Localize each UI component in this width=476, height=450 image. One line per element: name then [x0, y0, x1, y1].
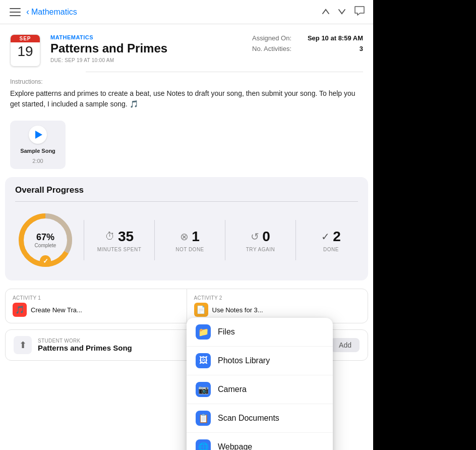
assigned-value: Sep 10 at 8:59 AM	[308, 34, 363, 42]
try-again-stat: ↺ 0 TRY AGAIN	[233, 229, 287, 252]
student-work-label: STUDENT WORK	[38, 338, 132, 344]
activities-label: No. Activities:	[252, 45, 291, 52]
done-value: 2	[333, 229, 341, 245]
not-done-label: NOT DONE	[175, 247, 204, 252]
assignment-meta: Assigned On: Sep 10 at 8:59 AM No. Activ…	[252, 34, 363, 52]
activity-2-num: ACTIVITY 2	[194, 295, 361, 301]
clock-icon: ⏱	[105, 231, 115, 242]
play-button[interactable]	[29, 126, 47, 144]
progress-stats: 67% Complete ✓ ⏱ 35 MINUTES SPENT ⊗ 1	[15, 210, 358, 270]
subject-label: MATHEMATICS	[50, 34, 242, 40]
assigned-on-row: Assigned On: Sep 10 at 8:59 AM	[252, 34, 363, 42]
try-again-label: TRY AGAIN	[246, 247, 275, 252]
files-icon: 📁	[196, 324, 211, 340]
comment-button[interactable]	[354, 6, 365, 18]
instructions-label: Instructions:	[10, 78, 363, 85]
donut-center: 67% Complete	[35, 232, 56, 248]
not-done-stat: ⊗ 1 NOT DONE	[163, 229, 217, 252]
popup-item-files[interactable]: 📁 Files	[187, 318, 333, 347]
donut-percentage: 67%	[35, 232, 56, 243]
svg-rect-0	[10, 8, 21, 9]
popup-item-camera[interactable]: 📷 Camera	[187, 375, 333, 404]
activity-2-name: Use Notes for 3...	[212, 306, 263, 314]
try-again-icon: ↺	[251, 231, 259, 243]
sidebar-toggle-button[interactable]	[8, 5, 22, 19]
svg-rect-1	[10, 12, 21, 13]
activity-2-icon: 📄	[194, 303, 208, 317]
popup-item-webpage[interactable]: 🌐 Webpage	[187, 433, 333, 450]
due-date: DUE: SEP 19 AT 10:00 AM	[50, 58, 242, 63]
activity-1-icon: 🎵	[13, 303, 27, 317]
minutes-spent-stat: ⏱ 35 MINUTES SPENT	[92, 229, 146, 252]
stats-divider-4	[295, 220, 296, 260]
student-work-name: Patterns and Primes Song	[38, 344, 132, 352]
activity-card-1[interactable]: ACTIVITY 1 🎵 Create New Tra...	[6, 289, 187, 323]
done-label: DONE	[323, 247, 339, 252]
minutes-value: 35	[118, 229, 134, 245]
popup-item-photos[interactable]: 🖼 Photos Library	[187, 347, 333, 375]
donut-check-icon: ✓	[40, 255, 51, 266]
song-duration: 2:00	[32, 158, 43, 164]
sample-song-card[interactable]: Sample Song 2:00	[10, 121, 66, 169]
instructions-text: Explore patterns and primes to create a …	[10, 88, 363, 109]
nav-up-button[interactable]	[322, 7, 330, 17]
activities-value: 3	[360, 45, 363, 52]
scan-icon: 📋	[196, 411, 211, 426]
progress-section: Overall Progress 67% Complete ✓	[5, 177, 368, 280]
back-label: Mathematics	[31, 8, 77, 17]
try-again-value: 0	[262, 229, 270, 245]
assignment-header: SEP 19 MATHEMATICS Patterns and Primes D…	[0, 24, 373, 72]
nav-down-button[interactable]	[338, 7, 346, 17]
song-title: Sample Song	[20, 148, 55, 154]
back-button[interactable]: ‹ Mathematics	[26, 7, 77, 17]
activities-row-meta: No. Activities: 3	[252, 45, 363, 52]
instructions-section: Instructions: Explore patterns and prime…	[0, 72, 373, 116]
student-work-left: ⬆ STUDENT WORK Patterns and Primes Song	[14, 336, 132, 354]
donut-chart: 67% Complete ✓	[15, 210, 76, 270]
calendar-icon: SEP 19	[10, 34, 40, 67]
stats-divider-1	[84, 220, 84, 260]
popup-camera-label: Camera	[218, 385, 247, 394]
stats-divider-3	[225, 220, 225, 260]
svg-rect-2	[10, 15, 21, 16]
assignment-title-block: MATHEMATICS Patterns and Primes DUE: SEP…	[50, 34, 242, 63]
top-bar: ‹ Mathematics	[0, 0, 373, 24]
not-done-icon: ⊗	[180, 231, 189, 243]
popup-webpage-label: Webpage	[218, 442, 252, 450]
add-button[interactable]: Add	[331, 338, 360, 352]
webpage-icon: 🌐	[196, 439, 211, 450]
done-stat: ✓ 2 DONE	[304, 229, 358, 252]
progress-divider	[15, 201, 358, 202]
chevron-left-icon: ‹	[26, 7, 29, 17]
assignment-title: Patterns and Primes	[50, 41, 242, 55]
camera-icon: 📷	[196, 382, 211, 397]
black-panel	[373, 0, 476, 450]
stats-divider-2	[154, 220, 155, 260]
calendar-month: SEP	[11, 35, 40, 42]
donut-label: Complete	[35, 243, 56, 248]
assigned-label: Assigned On:	[252, 34, 291, 42]
done-icon: ✓	[321, 231, 330, 243]
not-done-value: 1	[192, 229, 200, 245]
progress-title: Overall Progress	[15, 185, 358, 195]
activity-1-num: ACTIVITY 1	[13, 295, 180, 301]
popup-scan-label: Scan Documents	[218, 414, 279, 423]
minutes-label: MINUTES SPENT	[97, 247, 142, 252]
calendar-day: 19	[11, 42, 40, 61]
activity-1-name: Create New Tra...	[31, 306, 82, 314]
popup-item-scan[interactable]: 📋 Scan Documents	[187, 404, 333, 433]
play-triangle-icon	[35, 131, 42, 139]
popup-files-label: Files	[218, 327, 235, 336]
popup-photos-label: Photos Library	[218, 356, 270, 365]
photos-icon: 🖼	[196, 353, 211, 368]
popup-menu: 📁 Files 🖼 Photos Library 📷 Camera 📋 Scan…	[187, 318, 333, 450]
student-work-icon: ⬆	[14, 336, 32, 354]
